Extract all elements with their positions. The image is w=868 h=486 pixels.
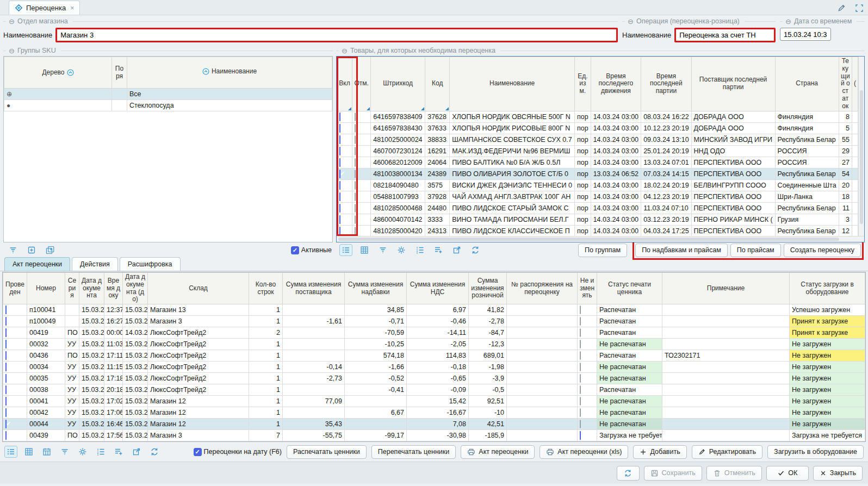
- sum-vat-cell[interactable]: -0,09: [407, 384, 469, 396]
- external-link-icon[interactable]: [450, 244, 463, 256]
- stock-cell[interactable]: 12: [839, 225, 852, 236]
- col-name[interactable]: Наименование: [450, 57, 575, 111]
- doc-date-cell[interactable]: 15.03.24: [79, 407, 104, 419]
- number-cell[interactable]: 00439: [27, 430, 65, 441]
- load-status-cell[interactable]: Не загружен: [790, 339, 865, 350]
- proved-checkbox-cell[interactable]: [3, 327, 27, 339]
- note-cell[interactable]: [662, 373, 790, 384]
- lines-cell[interactable]: 1: [249, 373, 283, 384]
- product-row[interactable]: 6416597838409 37628 ХЛОПЬЯ НОРДИК ОВСЯНЫ…: [337, 111, 858, 122]
- product-row[interactable]: 4600682012009 24064 ПИВО БАЛТИКА №0 Б/А …: [337, 157, 858, 168]
- proved-checkbox-cell[interactable]: [3, 419, 27, 430]
- series-cell[interactable]: ПО: [65, 350, 79, 362]
- close-button[interactable]: Закрыть: [813, 466, 863, 481]
- lines-cell[interactable]: 1: [249, 384, 283, 396]
- col-barcode[interactable]: Штрихкод: [371, 57, 425, 111]
- col-stock[interactable]: Текущий остаток: [839, 57, 852, 111]
- print-tags-button[interactable]: Распечатать ценники: [287, 445, 367, 459]
- supplier-cell[interactable]: ДОБРАДА ООО: [691, 111, 775, 122]
- order-no-cell[interactable]: [507, 396, 578, 407]
- print-status-cell[interactable]: Не распечатан: [597, 419, 662, 430]
- sum-supplier-cell[interactable]: [283, 327, 345, 339]
- external-link-icon[interactable]: [130, 446, 143, 458]
- date-filter-checkbox[interactable]: [194, 448, 202, 456]
- sum-markup-cell[interactable]: -0,71: [345, 316, 407, 327]
- sum-supplier-cell[interactable]: 77,09: [283, 396, 345, 407]
- series-cell[interactable]: ПО: [65, 327, 79, 339]
- doc-time-cell[interactable]: 11:03: [104, 339, 123, 350]
- sku-group-row[interactable]: ⊕ Все: [4, 89, 332, 100]
- last-batch-cell[interactable]: 07.03.24 14:15: [641, 168, 691, 179]
- include-checkbox-cell[interactable]: [337, 202, 352, 214]
- col-load-status[interactable]: Статус загрузки в оборудование: [790, 273, 865, 304]
- act-row[interactable]: 00041 УУ 15.03.24 17:02 15.03.24 Магазин…: [3, 396, 865, 407]
- no-change-checkbox-cell[interactable]: [578, 339, 597, 350]
- sum-retail-cell[interactable]: -185,9: [469, 430, 507, 441]
- sum-supplier-cell[interactable]: [283, 384, 345, 396]
- unit-cell[interactable]: пор: [574, 111, 591, 122]
- sum-markup-cell[interactable]: -1,66: [345, 362, 407, 373]
- group-name-cell[interactable]: Стеклопосуда: [127, 100, 332, 111]
- note-cell[interactable]: [662, 419, 790, 430]
- filter-icon[interactable]: [58, 446, 71, 458]
- no-change-checkbox-cell[interactable]: [578, 316, 597, 327]
- col-incl[interactable]: Вкл: [337, 57, 352, 111]
- order-no-cell[interactable]: [507, 407, 578, 419]
- doc-date-cell[interactable]: 15.03.24: [79, 362, 104, 373]
- doc-date-cell[interactable]: 15.03.24: [79, 396, 104, 407]
- mark-checkbox-cell[interactable]: [352, 145, 371, 157]
- list-view-icon[interactable]: [4, 446, 17, 458]
- mark-checkbox-cell[interactable]: [352, 168, 371, 179]
- sum-markup-cell[interactable]: -99,17: [345, 430, 407, 441]
- load-status-cell[interactable]: Не загружен: [790, 384, 865, 396]
- unit-cell[interactable]: пор: [574, 191, 591, 202]
- sum-retail-cell[interactable]: -1,98: [469, 362, 507, 373]
- grid-view-icon[interactable]: [22, 446, 35, 458]
- barcode-cell[interactable]: 082184090480: [371, 179, 425, 191]
- sku-col-order[interactable]: Поря: [112, 57, 127, 89]
- product-name-cell[interactable]: ПИВО БАЛТИКА №0 Б/А Ж/Б 0.5Л: [450, 157, 575, 168]
- number-cell[interactable]: 00041: [27, 396, 65, 407]
- note-cell[interactable]: [662, 304, 790, 316]
- product-row[interactable]: 4860004070142 3333 ВИНО ТАМАДА ПИРОСМАНИ…: [337, 214, 858, 225]
- sum-vat-cell[interactable]: -0,46: [407, 316, 469, 327]
- warehouse-cell[interactable]: ЛюксСофтТрейд2: [148, 350, 249, 362]
- act-report-xls-button[interactable]: Акт переоценки (xls): [540, 445, 628, 459]
- doc-date-to-cell[interactable]: 15.03.24: [123, 304, 148, 316]
- tab-details[interactable]: Расшифровка: [120, 257, 181, 271]
- doc-time-cell[interactable]: 16:46: [104, 419, 123, 430]
- doc-date-to-cell[interactable]: 15.03.24: [123, 350, 148, 362]
- col-lines[interactable]: Кол-во строк: [249, 273, 283, 304]
- country-cell[interactable]: Республика Белар: [775, 225, 839, 236]
- warehouse-cell[interactable]: ЛюксСофтТрейд2: [148, 339, 249, 350]
- warehouse-cell[interactable]: Магазин 3: [148, 430, 249, 441]
- last-batch-cell[interactable]: 09.03.24 13:10: [641, 134, 691, 145]
- lines-cell[interactable]: 1: [249, 362, 283, 373]
- last-batch-cell[interactable]: 10.12.23 20:19: [641, 122, 691, 134]
- doc-date-to-cell[interactable]: 15.03.24: [123, 430, 148, 441]
- add-button[interactable]: Добавить: [633, 445, 686, 459]
- unit-cell[interactable]: пор: [574, 134, 591, 145]
- print-status-cell[interactable]: Не распечатан: [597, 396, 662, 407]
- sort-asc-icon[interactable]: [202, 68, 209, 75]
- horizontal-scrollbar[interactable]: [337, 236, 864, 242]
- lines-cell[interactable]: 1: [249, 350, 283, 362]
- sum-supplier-cell[interactable]: [283, 407, 345, 419]
- doc-time-cell[interactable]: 17:56: [104, 430, 123, 441]
- sum-retail-cell[interactable]: 41,82: [469, 304, 507, 316]
- sum-retail-cell[interactable]: -12,3: [469, 339, 507, 350]
- order-no-cell[interactable]: [507, 339, 578, 350]
- code-cell[interactable]: 3333: [425, 214, 450, 225]
- tree-expander-cell[interactable]: ⊕: [4, 89, 112, 100]
- print-status-cell[interactable]: Не распечатан: [597, 407, 662, 419]
- product-name-cell[interactable]: ШАМПАНСКОЕ СОВЕТСКОЕ СУХ 0.7: [450, 134, 575, 145]
- country-cell[interactable]: Финляндия: [775, 111, 839, 122]
- doc-time-cell[interactable]: 17:18: [104, 373, 123, 384]
- series-cell[interactable]: УУ: [65, 384, 79, 396]
- no-change-checkbox-cell[interactable]: [578, 419, 597, 430]
- stock-cell[interactable]: 3: [839, 214, 852, 225]
- series-cell[interactable]: УУ: [65, 339, 79, 350]
- mark-checkbox-cell[interactable]: [352, 111, 371, 122]
- sum-vat-cell[interactable]: -16,67: [407, 407, 469, 419]
- by-prices-button[interactable]: По прайсам: [730, 244, 781, 257]
